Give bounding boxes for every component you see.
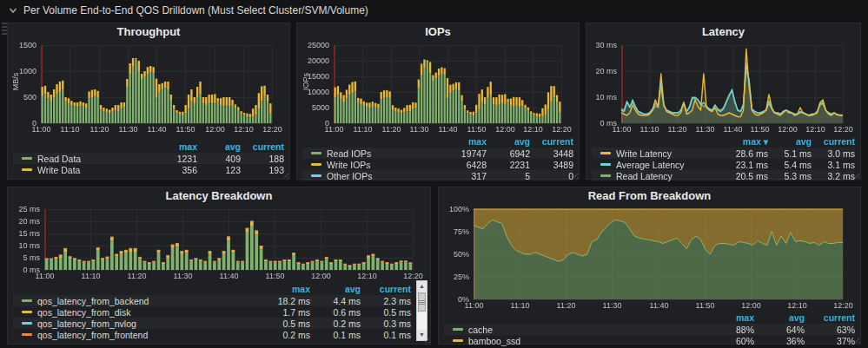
legend-avg-value: 5 [487, 171, 530, 181]
series-color-swatch [311, 163, 321, 166]
legend-col-max[interactable]: max [154, 141, 197, 152]
series-label[interactable]: Write Latency [616, 148, 725, 159]
series-label[interactable]: qos_latency_from_frontend [37, 330, 260, 340]
legend-max-value: 88% [704, 325, 754, 335]
legend-col-max[interactable]: max [704, 312, 754, 323]
panel-title[interactable]: Latency Breakdown [8, 187, 430, 204]
legend-scrollbar[interactable]: ▲ ▼ [416, 280, 427, 341]
series-color-swatch [600, 152, 611, 154]
panel-title[interactable]: IOPs [297, 23, 579, 40]
series-label[interactable]: qos_latency_from_nvlog [37, 318, 260, 329]
panel-title[interactable]: Latency [586, 23, 860, 40]
legend-row: qos_latency_from_disk 1.7 ms 0.6 ms 0.5 … [13, 306, 411, 318]
iops-chart[interactable] [301, 40, 575, 135]
legend-col-current[interactable]: current [361, 284, 411, 294]
legend-col-avg[interactable]: avg [310, 284, 361, 294]
latency-chart[interactable] [590, 40, 857, 135]
legend-avg-value: 6942 [487, 148, 530, 159]
legend-col-avg[interactable]: avg [487, 136, 530, 147]
legend-col-max-sorted[interactable]: max ▾ [725, 136, 768, 147]
series-color-swatch [453, 328, 463, 331]
legend-current-value: 3489 [530, 160, 573, 170]
series-color-swatch [600, 163, 611, 166]
series-color-swatch [453, 339, 463, 342]
legend-col-current[interactable]: current [812, 136, 855, 147]
series-label[interactable]: qos_latency_from_disk [37, 307, 260, 318]
legend-max-value: 0.2 ms [260, 330, 310, 340]
legend-current-value: 3.2 ms [812, 171, 855, 181]
series-color-swatch [22, 311, 32, 313]
panel-latency: Latency max ▾ avg current Write Latency … [586, 23, 861, 180]
scroll-down-button[interactable]: ▼ [417, 330, 427, 340]
legend-max-value: 28.6 ms [725, 148, 768, 159]
row-title: Per Volume End-to-End QOS Drilldown (Mus… [23, 4, 368, 16]
legend-max-value: 60% [704, 336, 754, 346]
legend-col-avg[interactable]: avg [754, 312, 805, 323]
legend-row: Read Latency 20.5 ms 5.3 ms 3.2 ms [592, 170, 855, 181]
latency-breakdown-chart[interactable] [11, 204, 427, 282]
legend-col-current[interactable]: current [241, 141, 284, 152]
scroll-up-button[interactable]: ▲ [417, 281, 427, 292]
dashboard-row-header[interactable]: Per Volume End-to-End QOS Drilldown (Mus… [0, 0, 868, 21]
series-label[interactable]: Read Latency [616, 171, 725, 181]
legend-row: Other IOPs 317 5 0 [302, 170, 573, 181]
legend-header: max ▾ avg current [592, 135, 855, 148]
legend-row: Write IOPs 6428 2231 3489 [302, 159, 573, 170]
panel-title[interactable]: Read From Breakdown [439, 187, 860, 204]
legend-col-current[interactable]: current [805, 312, 855, 323]
legend-col-current[interactable]: current [530, 136, 573, 147]
scroll-thumb[interactable] [418, 292, 426, 312]
read-from-breakdown-chart[interactable] [442, 204, 857, 312]
latency-legend: max ▾ avg current Write Latency 28.6 ms … [592, 135, 855, 181]
legend-row: Average Latency 23.1 ms 5.4 ms 3.1 ms [592, 159, 855, 170]
throughput-chart[interactable] [11, 40, 286, 135]
legend-avg-value: 64% [754, 325, 805, 335]
series-color-swatch [311, 174, 321, 177]
legend-avg-value: 2231 [487, 160, 530, 170]
scroll-track[interactable] [417, 312, 427, 330]
legend-avg-value: 0.1 ms [310, 330, 361, 340]
panel-throughput: Throughput MB/s max avg current Read Dat… [7, 23, 290, 180]
legend-row: bamboo_ssd 60% 36% 37% [444, 335, 855, 346]
legend-row: Write Data 356 123 193 [13, 164, 284, 175]
legend-current-value: 2.3 ms [361, 296, 411, 306]
legend-header: max avg current [13, 283, 411, 295]
series-color-swatch [311, 152, 321, 154]
series-label[interactable]: Write Data [37, 165, 154, 175]
legend-avg-value: 36% [754, 336, 805, 346]
iops-legend: max avg current Read IOPs 19747 6942 344… [302, 135, 573, 181]
legend-row: qos_latency_from_backend 18.2 ms 4.4 ms … [13, 295, 411, 306]
legend-max-value: 23.1 ms [725, 160, 768, 170]
grafana-dashboard: Per Volume End-to-End QOS Drilldown (Mus… [0, 0, 868, 348]
legend-col-avg[interactable]: avg [768, 136, 812, 147]
legend-avg-value: 409 [197, 154, 241, 164]
legend-avg-value: 0.6 ms [310, 307, 361, 318]
legend-max-value: 6428 [443, 160, 487, 170]
legend-row: qos_latency_from_nvlog 0.5 ms 0.2 ms 0.3… [13, 318, 411, 329]
series-label[interactable]: Average Latency [616, 160, 725, 170]
series-color-swatch [22, 157, 32, 160]
series-label[interactable]: Read Data [37, 154, 154, 164]
series-label[interactable]: qos_latency_from_backend [37, 296, 260, 306]
legend-current-value: 193 [241, 165, 284, 175]
legend-col-max[interactable]: max [260, 284, 310, 294]
series-label[interactable]: cache [468, 325, 704, 335]
legend-avg-value: 5.1 ms [768, 148, 812, 159]
legend-current-value: 3448 [530, 148, 573, 159]
legend-row: Write Latency 28.6 ms 5.1 ms 3.0 ms [592, 148, 855, 159]
legend-current-value: 0.5 ms [361, 307, 411, 318]
legend-col-avg[interactable]: avg [197, 141, 241, 152]
legend-max-value: 18.2 ms [260, 296, 310, 306]
series-label[interactable]: Other IOPs [327, 171, 443, 181]
series-label[interactable]: Read IOPs [327, 148, 443, 159]
legend-max-value: 1231 [154, 154, 197, 164]
panel-iops: IOPs IOPs max avg current Read IOPs 1974… [296, 23, 580, 180]
series-label[interactable]: Write IOPs [327, 160, 443, 170]
series-label[interactable]: bamboo_ssd [468, 336, 704, 346]
series-color-swatch [22, 299, 32, 302]
legend-max-value: 19747 [443, 148, 487, 159]
panel-title[interactable]: Throughput [8, 23, 289, 40]
legend-current-value: 3.0 ms [812, 148, 855, 159]
legend-current-value: 188 [241, 154, 284, 164]
legend-col-max[interactable]: max [443, 136, 487, 147]
